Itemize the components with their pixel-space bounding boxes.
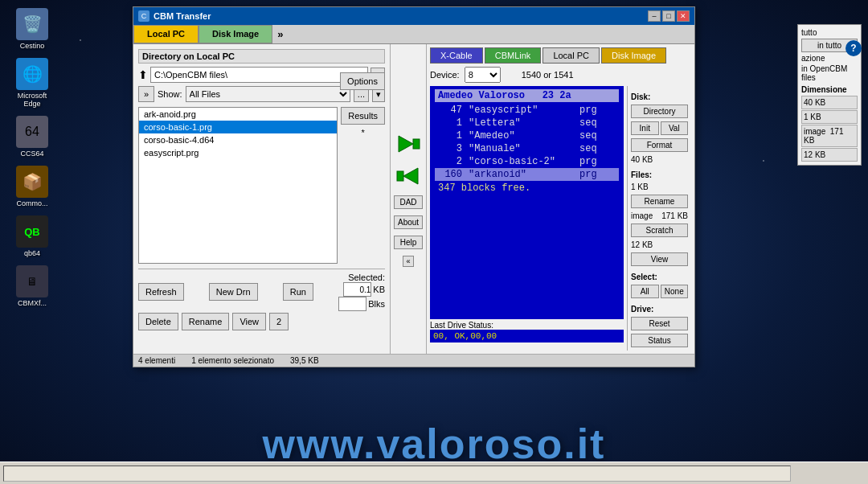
cestino-label: Cestino xyxy=(20,42,45,50)
disk-section-label: Disk: xyxy=(631,92,688,101)
rename-cbm-button[interactable]: Rename xyxy=(631,195,688,208)
file-item-corso4[interactable]: corso-basic-4.d64 xyxy=(139,133,337,146)
path-input[interactable] xyxy=(150,67,368,83)
view-cbm-button[interactable]: View xyxy=(631,252,688,266)
svg-marker-2 xyxy=(403,168,418,184)
file-item-arkanoid[interactable]: ark-anoid.prg xyxy=(139,108,337,121)
collapse-button[interactable]: « xyxy=(403,256,413,267)
new-drn-button[interactable]: New Drn xyxy=(209,283,258,301)
cbm-tab-local-pc[interactable]: Local PC xyxy=(542,47,600,64)
val-button[interactable]: Val xyxy=(661,121,689,135)
selected-blks-row: Blks xyxy=(338,297,385,311)
view-button[interactable]: View xyxy=(232,313,266,330)
dimensione-40kb: 40 KB xyxy=(801,96,858,109)
cbmxfer-label: CBMXf... xyxy=(18,299,47,307)
cbm-file-amedeo[interactable]: 1 "Amedeo" seq xyxy=(435,129,619,142)
init-val-row: Init Val xyxy=(631,121,688,135)
scratch-button[interactable]: Scratch xyxy=(631,224,688,237)
selected-kb-input[interactable] xyxy=(343,282,371,297)
status-button[interactable]: Status xyxy=(631,334,688,347)
cestino-icon: 🗑️ xyxy=(16,8,48,40)
dad-button[interactable]: DAD xyxy=(394,195,423,209)
icon-edge[interactable]: 🌐 Microsoft Edge xyxy=(8,58,56,108)
delete-button[interactable]: Delete xyxy=(138,313,178,330)
cbm-file-manuale[interactable]: 3 "Manuale" seq xyxy=(435,142,619,155)
icon-cestino[interactable]: 🗑️ Cestino xyxy=(8,8,56,50)
watermark-text: www.valoroso.it xyxy=(0,420,868,468)
cbm-file-arkanoid[interactable]: 160 "arkanoid" prg xyxy=(435,168,619,181)
content-area: Directory on Local PC ⬆ ▾ » Show: All Fi… xyxy=(133,44,694,354)
qb64-label: qb64 xyxy=(24,249,40,257)
icon-cbm[interactable]: 📦 Commo... xyxy=(8,166,56,207)
tab-expand[interactable]: » xyxy=(272,25,288,43)
transfer-left-button[interactable] xyxy=(394,163,423,189)
cbm-status: Last Drive Status: 00, OK,00,00 xyxy=(430,321,624,342)
format-button[interactable]: Format xyxy=(631,138,688,152)
show-arrow[interactable]: » xyxy=(138,86,154,102)
run-button[interactable]: Run xyxy=(283,283,313,301)
scratch-size-row: 12 KB xyxy=(631,240,688,249)
select-buttons: All None xyxy=(631,285,688,298)
rename-button[interactable]: Rename xyxy=(182,313,230,330)
icon-qb64[interactable]: QB qb64 xyxy=(8,215,56,257)
ccs64-label: CCS64 xyxy=(20,150,43,158)
close-button[interactable]: ✕ xyxy=(677,10,690,22)
cbm-listing: Amedeo Valoroso 23 2a 47 "easyscript" pr… xyxy=(430,86,624,319)
selected-blks-label: Blks xyxy=(368,299,385,309)
help-circle-icon[interactable]: ? xyxy=(845,40,862,56)
directory-button[interactable]: Directory xyxy=(631,105,688,118)
file-list-area: ark-anoid.prg corso-basic-1.prg corso-ba… xyxy=(138,107,385,264)
num-button[interactable]: 2 xyxy=(269,313,289,330)
cbm-panel: X-Cable CBMLink Local PC Disk Image Devi… xyxy=(427,44,694,354)
show-select[interactable]: All Files xyxy=(186,86,350,102)
cbm-tab-xcable[interactable]: X-Cable xyxy=(430,47,483,64)
cbm-tab-disk-image[interactable]: Disk Image xyxy=(601,47,666,64)
edge-label: Microsoft Edge xyxy=(8,92,56,108)
device-select[interactable]: 8 9 10 xyxy=(465,67,501,83)
local-pc-panel: Directory on Local PC ⬆ ▾ » Show: All Fi… xyxy=(133,44,391,354)
minimize-button[interactable]: – xyxy=(648,10,661,22)
cbm-tab-cbmlink[interactable]: CBMLink xyxy=(485,47,542,64)
refresh-button[interactable]: Refresh xyxy=(138,283,184,301)
transfer-right-button[interactable] xyxy=(394,131,423,157)
status-elements: 4 elementi xyxy=(138,356,175,365)
edge-icon: 🌐 xyxy=(16,58,48,90)
disk-size: 40 KB xyxy=(631,155,653,164)
results-star: * xyxy=(341,128,385,137)
cbm-file-easyscript[interactable]: 47 "easyscript" prg xyxy=(435,104,619,117)
file-item-corso1[interactable]: corso-basic-1.prg xyxy=(139,121,337,133)
cbm-listing-area: Amedeo Valoroso 23 2a 47 "easyscript" pr… xyxy=(430,86,691,351)
tutto-text: tutto xyxy=(801,28,858,37)
title-bar: C CBM Transfer – □ ✕ xyxy=(133,7,694,25)
selected-kb-label: KB xyxy=(373,285,385,294)
all-button[interactable]: All xyxy=(631,285,659,298)
desktop-icons-left: 🗑️ Cestino 🌐 Microsoft Edge 64 CCS64 📦 C… xyxy=(8,8,56,307)
options-button[interactable]: Options xyxy=(340,72,385,90)
file-list: ark-anoid.prg corso-basic-1.prg corso-ba… xyxy=(138,107,338,264)
image-row: image 171 KB xyxy=(631,211,688,220)
none-button[interactable]: None xyxy=(661,285,689,298)
dimensione-12kb: 12 KB xyxy=(801,148,858,162)
app-icon: C xyxy=(138,10,149,22)
cbm-file-corso2[interactable]: 2 "corso-basic-2" prg xyxy=(435,155,619,168)
files-size-row: 1 KB xyxy=(631,183,688,191)
tab-disk-image[interactable]: Disk Image xyxy=(199,25,272,43)
svg-rect-1 xyxy=(413,139,420,149)
files-section-label: Files: xyxy=(631,170,688,179)
icon-ccs64[interactable]: 64 CCS64 xyxy=(8,116,56,158)
tab-local-pc[interactable]: Local PC xyxy=(133,25,199,43)
maximize-button[interactable]: □ xyxy=(662,10,675,22)
path-up-icon[interactable]: ⬆ xyxy=(138,68,148,81)
disk-name: Amedeo Valoroso xyxy=(438,90,525,101)
icon-cbmxfer[interactable]: 🖥 CBMXf... xyxy=(8,265,56,307)
help-button[interactable]: Help xyxy=(394,236,423,249)
results-button[interactable]: Results xyxy=(341,107,385,125)
cbm-tabs: X-Cable CBMLink Local PC Disk Image xyxy=(430,47,691,64)
right-panel: Disk: Directory Init Val Format 40 KB Fi… xyxy=(627,86,691,351)
init-button[interactable]: Init xyxy=(631,121,659,135)
selected-blks-input[interactable] xyxy=(338,297,366,311)
cbm-file-lettera[interactable]: 1 "Lettera" seq xyxy=(435,117,619,129)
about-button[interactable]: About xyxy=(394,215,423,229)
file-item-easyscript[interactable]: easyscript.prg xyxy=(139,146,337,159)
reset-button[interactable]: Reset xyxy=(631,317,688,330)
